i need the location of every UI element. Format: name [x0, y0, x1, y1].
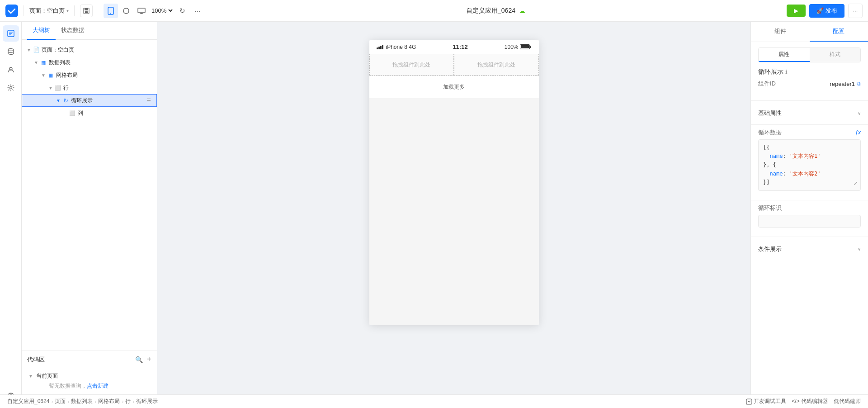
phone-status-right: 100%	[505, 44, 532, 50]
signal-bar-1	[377, 47, 378, 49]
cond-display-section[interactable]: 条件展示 ∨	[751, 241, 868, 257]
tab-props[interactable]: 属性	[759, 48, 810, 62]
desktop-device-btn[interactable]	[134, 4, 149, 18]
sidebar-icon-settings[interactable]	[3, 80, 19, 96]
tree-toggle-gridlayout[interactable]: ▼	[40, 71, 47, 79]
signal-bar-2	[378, 47, 380, 49]
loop-data-header: 循环数据 ƒx	[758, 128, 861, 137]
tree-item-col[interactable]: ⬜ 列	[22, 107, 157, 119]
component-title-row: 循环展示 ℹ	[758, 68, 861, 76]
component-title: 循环展示 ℹ	[758, 68, 788, 76]
cond-display-arrow: ∨	[858, 247, 861, 251]
info-icon[interactable]: ℹ	[785, 69, 788, 75]
svg-rect-3	[85, 11, 88, 13]
code-add-icon[interactable]: +	[146, 355, 151, 364]
tab-config[interactable]: 配置	[810, 22, 868, 42]
tree-label-page: 页面：空白页	[42, 46, 145, 54]
code-header: 代码区 🔍 +	[22, 351, 157, 368]
datalist-action-icon[interactable]: ☰	[145, 58, 153, 66]
zoom-select[interactable]: 100% 75% 50% 150%	[150, 7, 174, 14]
breadcrumb-sep-2: ›	[67, 399, 69, 405]
sidebar-icon-users[interactable]	[3, 62, 19, 78]
basic-props-arrow: ∨	[858, 111, 861, 116]
panel-tabs: 大纲树 状态数据	[22, 22, 157, 40]
basic-props-section[interactable]: 基础属性 ∨	[751, 104, 868, 121]
right-panel-tabs: 组件 配置	[751, 22, 868, 42]
tree-toggle-datalist[interactable]: ▼	[33, 59, 40, 66]
tree-item-datalist[interactable]: ▼ ▦ 数据列表 ☰	[22, 56, 157, 69]
breadcrumb-page[interactable]: 页面	[55, 398, 66, 405]
publish-icon: 🚀	[816, 7, 824, 14]
loop-id-input[interactable]	[758, 215, 861, 228]
loop-data-editor[interactable]: [{ name: '文本内容1' }, { name: '文本内容2' }] ⤢	[758, 139, 861, 191]
breadcrumb: 自定义应用_0624 › 页面 › 数据列表 › 网格布局 › 行 › 循环展示	[7, 398, 158, 405]
tab-outline[interactable]: 大纲树	[27, 22, 56, 40]
code-current-page-label: 当前页面	[36, 372, 58, 380]
props-section: 属性 样式 循环展示 ℹ 组件ID repeater1 ⧉	[751, 42, 868, 97]
fx-button[interactable]: ƒx	[855, 129, 861, 136]
topbar-more-button[interactable]: ···	[848, 4, 863, 18]
copy-icon[interactable]: ⧉	[857, 81, 861, 87]
breadcrumb-app[interactable]: 自定义应用_0624	[7, 398, 49, 405]
tree-item-loop[interactable]: ▼ ↻ 循环展示 ☰	[22, 94, 157, 107]
code-search-icon[interactable]: 🔍	[135, 356, 143, 363]
breadcrumb-gridlayout[interactable]: 网格布局	[98, 398, 120, 405]
expand-icon[interactable]: ⤢	[854, 180, 858, 188]
code-tree-toggle[interactable]: ▼	[27, 372, 34, 380]
col-icon: ⬜	[69, 109, 76, 117]
page-label: 页面：空白页	[29, 7, 65, 15]
breadcrumb-sep-5: ›	[132, 399, 134, 405]
code-tree-current-page[interactable]: ▼ 当前页面	[22, 370, 157, 382]
tree-toggle-page[interactable]: ▼	[25, 46, 33, 53]
loop-icon: ↻	[62, 97, 69, 104]
breadcrumb-row[interactable]: 行	[125, 398, 131, 405]
tree-item-row[interactable]: ▼ ⬜ 行	[22, 81, 157, 94]
section-divider-1	[751, 100, 868, 101]
loop-data-section: 循环数据 ƒx [{ name: '文本内容1' }, { name: '文本内…	[751, 128, 868, 196]
play-icon: ▶	[794, 7, 798, 14]
bottom-bar: 自定义应用_0624 › 页面 › 数据列表 › 网格布局 › 行 › 循环展示…	[0, 394, 868, 408]
svg-rect-19	[746, 399, 752, 404]
sidebar-icon-pages[interactable]	[3, 25, 19, 42]
refresh-btn[interactable]: ↻	[175, 4, 189, 18]
sidebar-icon-data[interactable]	[3, 43, 19, 60]
lowcode-btn[interactable]: 低代码建师	[834, 398, 861, 405]
breadcrumb-datalist[interactable]: 数据列表	[71, 398, 93, 405]
preview-button[interactable]: ▶	[787, 5, 806, 17]
loop-action-icon[interactable]: ☰	[145, 96, 153, 104]
tree-toggle-row[interactable]: ▼	[47, 84, 54, 91]
component-id-label: 组件ID	[758, 80, 776, 88]
svg-point-16	[9, 87, 12, 89]
tree-item-page[interactable]: ▼ 📄 页面：空白页 🔍	[22, 43, 157, 56]
code-new-link[interactable]: 点击新建	[87, 383, 108, 389]
mobile-device-btn[interactable]	[104, 4, 118, 18]
tab-component[interactable]: 组件	[751, 22, 810, 42]
tree-item-gridlayout[interactable]: ▼ ▦ 网格布局	[22, 69, 157, 81]
drop-zone-2[interactable]: 拖拽组件到此处	[454, 54, 539, 76]
page-selector[interactable]: 页面：空白页 ▾	[29, 7, 69, 15]
zoom-control[interactable]: 100% 75% 50% 150%	[150, 7, 174, 14]
breadcrumb-loop[interactable]: 循环展示	[136, 398, 158, 405]
drop-zone-1[interactable]: 拖拽组件到此处	[369, 54, 454, 76]
load-more: 加载更多	[369, 76, 539, 98]
right-panel: 组件 配置 属性 样式 循环展示 ℹ 组件ID repeater1	[750, 22, 868, 408]
section-divider-2	[751, 124, 868, 125]
more-tool-btn[interactable]: ···	[190, 4, 205, 18]
tree-actions-loop: ☰	[145, 96, 156, 104]
search-icon[interactable]: 🔍	[145, 46, 153, 54]
topbar-right: ▶ 🚀 发布 ···	[787, 4, 863, 18]
breadcrumb-sep-3: ›	[94, 399, 96, 405]
publish-button[interactable]: 🚀 发布	[809, 4, 844, 18]
cond-display-title: 条件展示	[758, 245, 782, 253]
save-button[interactable]	[80, 5, 93, 17]
tree-toggle-col[interactable]	[61, 109, 69, 117]
tree-toggle-loop[interactable]: ▼	[55, 97, 62, 104]
tab-state[interactable]: 状态数据	[56, 22, 90, 40]
circle-device-btn[interactable]	[119, 4, 133, 18]
tree-section: ▼ 📄 页面：空白页 🔍 ▼ ▦ 数据列表 ☰ ▼ ▦ 网格布局	[22, 40, 157, 351]
chevron-down-icon: ▾	[66, 8, 69, 13]
devtool-btn[interactable]: 开发调试工具	[746, 398, 786, 405]
tab-style[interactable]: 样式	[810, 48, 861, 62]
code-editor-btn[interactable]: </> 代码编辑器	[792, 398, 828, 405]
signal-bars-icon	[377, 45, 383, 49]
